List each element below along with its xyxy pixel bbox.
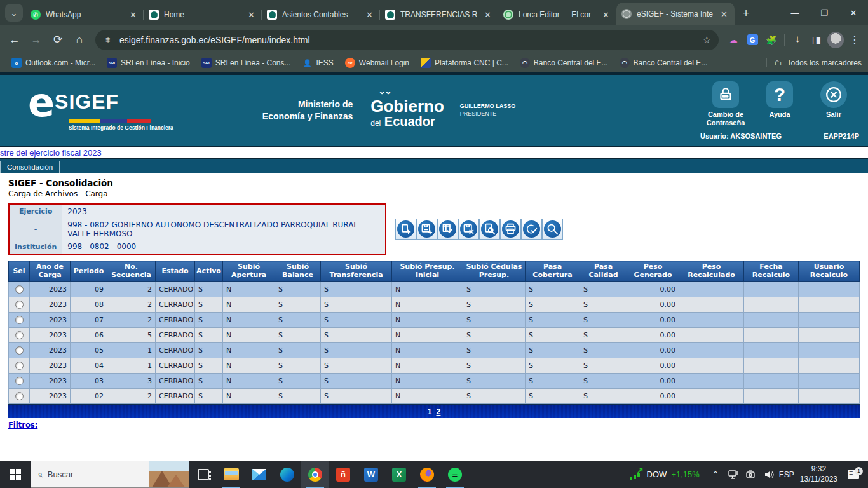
side-panel-icon[interactable]: ◨ — [808, 32, 825, 48]
profile-avatar[interactable] — [827, 32, 844, 48]
forward-button[interactable]: → — [27, 30, 46, 50]
logo-flag-bars — [69, 119, 151, 123]
page-number-link[interactable]: 2 — [437, 407, 441, 416]
back-button[interactable]: ← — [5, 30, 24, 50]
tab-close-icon[interactable]: ✕ — [719, 10, 729, 19]
excel-taskbar-button[interactable]: X — [385, 461, 413, 488]
row-radio-button[interactable] — [15, 346, 24, 355]
tray-chevron-icon[interactable]: ⌃ — [707, 462, 724, 487]
filters-link[interactable]: Filtros: — [8, 421, 37, 430]
change-password-button[interactable]: Cambio de Contraseña — [700, 81, 751, 127]
browser-tab[interactable]: Lorca Editor — El cor✕ — [498, 4, 616, 25]
bookmark-star-icon[interactable]: ☆ — [703, 34, 711, 46]
window-close-button[interactable]: ✕ — [839, 0, 868, 25]
browser-tab[interactable]: eSIGEF - Sistema Inte✕ — [616, 3, 735, 25]
tab-close-icon[interactable]: ✕ — [128, 10, 139, 20]
clock[interactable]: 9:32 13/11/2023 — [796, 464, 841, 484]
menu-tab-consolidacion[interactable]: Consolidación — [0, 161, 60, 173]
sigef-favicon — [267, 10, 277, 20]
bookmark-item[interactable]: SRI en Línea - Cons... — [196, 56, 296, 70]
extension-cloud-icon[interactable]: ☁ — [725, 32, 742, 48]
help-button[interactable]: ? Ayuda — [754, 81, 805, 127]
tab-close-icon[interactable]: ✕ — [482, 10, 493, 20]
carga-table: SelAño de CargaPeriodoNo. SecuenciaEstad… — [8, 261, 860, 404]
stock-widget[interactable]: DOW +1,15% — [625, 469, 705, 480]
reload-button[interactable]: ⟳ — [48, 30, 67, 50]
row-radio-button[interactable] — [15, 331, 24, 339]
new-tab-button[interactable]: + — [737, 4, 755, 22]
table-cell — [799, 389, 860, 404]
row-select-cell — [9, 358, 30, 374]
translate-icon[interactable]: G — [744, 32, 761, 48]
task-view-taskbar-button[interactable] — [189, 461, 217, 488]
bookmark-item[interactable]: Webmail Login — [340, 56, 414, 70]
tab-search-button[interactable]: ⌄ — [5, 4, 23, 22]
site-info-icon[interactable]: ⩨ — [103, 35, 113, 45]
bookmark-item[interactable]: SRI en Línea - Inicio — [102, 56, 195, 70]
start-button[interactable] — [0, 461, 31, 488]
address-bar[interactable]: ⩨ esigef.finanzas.gob.ec/eSIGEF/menu/ind… — [95, 30, 719, 50]
table-row: 2023082CERRADOSNSSNSSS0.00 — [9, 297, 860, 313]
home-button[interactable]: ⌂ — [70, 30, 89, 50]
print-button[interactable] — [500, 219, 521, 240]
bookmark-item[interactable]: IESS — [297, 56, 339, 70]
header-user-area: Cambio de Contraseña ? Ayuda Salir Usuar — [700, 81, 859, 140]
language-indicator[interactable]: ESP — [778, 462, 795, 487]
file-explorer-taskbar-button[interactable] — [217, 461, 245, 488]
tab-close-icon[interactable]: ✕ — [364, 10, 375, 20]
row-radio-button[interactable] — [15, 392, 24, 400]
volume-icon[interactable] — [761, 462, 777, 487]
word-taskbar-button[interactable]: W — [357, 461, 385, 488]
browser-tab[interactable]: Asientos Contables✕ — [262, 4, 380, 25]
window-maximize-button[interactable]: ❐ — [810, 0, 839, 25]
all-bookmarks-button[interactable]: 🗀 Todos los marcadores — [766, 58, 862, 67]
network-icon[interactable] — [725, 462, 742, 487]
row-radio-button[interactable] — [15, 362, 24, 370]
create-document-button[interactable] — [395, 219, 416, 240]
consult-icon — [544, 220, 561, 238]
table-cell: S — [321, 328, 392, 343]
approve-button[interactable] — [521, 219, 542, 240]
browser-tab[interactable]: TRANSFERENCIAS RE✕ — [380, 4, 498, 25]
bookmark-item[interactable]: Plataforma CNC | C... — [416, 56, 513, 70]
url-text[interactable]: esigef.finanzas.gob.ec/eSIGEF/menu/index… — [119, 35, 696, 45]
bookmark-label: Banco Central del E... — [634, 58, 708, 67]
search-daily-image[interactable] — [149, 461, 189, 487]
browser-menu-icon[interactable]: ⋮ — [846, 32, 863, 48]
delete-record-button[interactable] — [458, 219, 479, 240]
edge-taskbar-button[interactable] — [273, 461, 301, 488]
view-detail-button[interactable] — [479, 219, 500, 240]
row-radio-button[interactable] — [15, 301, 24, 309]
exit-button[interactable]: Salir — [808, 81, 859, 127]
tab-close-icon[interactable]: ✕ — [246, 10, 257, 20]
user-label: Usuario: AKSOSAINTEG — [700, 132, 782, 140]
downloads-icon[interactable]: ⤓ — [789, 32, 806, 48]
notification-center-button[interactable]: 1 — [843, 470, 864, 479]
nitro-pdf-taskbar-button[interactable]: ñ — [329, 461, 357, 488]
table-cell: S — [526, 374, 580, 389]
browser-tab[interactable]: Home✕ — [144, 4, 262, 25]
table-cell: 2023 — [30, 374, 71, 389]
table-cell: 05 — [71, 343, 107, 358]
table-cell: N — [392, 282, 463, 297]
cast-icon[interactable] — [743, 462, 759, 487]
row-radio-button[interactable] — [15, 377, 24, 385]
tab-close-icon[interactable]: ✕ — [600, 10, 611, 20]
bookmark-item[interactable]: Banco Central del E... — [614, 56, 713, 70]
consult-button[interactable] — [542, 219, 563, 240]
save-upload-button[interactable] — [416, 219, 437, 240]
chrome-taskbar-button[interactable] — [301, 461, 329, 488]
validate-grid-button[interactable] — [437, 219, 458, 240]
browser-tab[interactable]: WhatsApp✕ — [25, 4, 144, 25]
window-minimize-button[interactable]: — — [780, 0, 810, 25]
taskbar-search-box[interactable]: ⌕ Buscar — [31, 461, 189, 488]
firefox-taskbar-button[interactable] — [413, 461, 441, 488]
bookmark-item[interactable]: Outlook.com - Micr... — [6, 56, 100, 70]
extensions-puzzle-icon[interactable]: 🧩 — [763, 32, 780, 48]
mail-taskbar-button[interactable] — [245, 461, 273, 488]
bookmark-item[interactable]: Banco Central del E... — [515, 56, 613, 70]
row-radio-button[interactable] — [15, 285, 24, 294]
spotify-taskbar-button[interactable] — [441, 461, 469, 488]
view-detail-icon — [481, 220, 498, 238]
row-radio-button[interactable] — [15, 316, 24, 324]
